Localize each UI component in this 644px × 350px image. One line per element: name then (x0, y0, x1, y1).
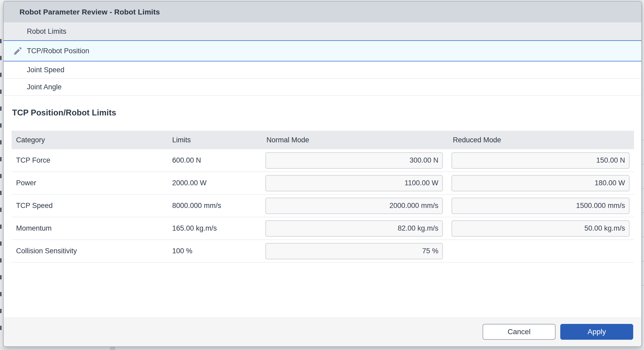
limit-value: 600.00 N (172, 156, 265, 164)
nav-item-label: Robot Limits (27, 27, 66, 36)
occluded-background-right (642, 0, 644, 350)
category-label: Collision Sensitivity (12, 247, 172, 255)
nav-item-joint-angle[interactable]: Joint Angle (4, 79, 641, 96)
nav-item-tcp-robot-position[interactable]: TCP/Robot Position (4, 40, 641, 61)
section-heading: TCP Position/Robot Limits (12, 108, 116, 118)
apply-button[interactable]: Apply (560, 324, 633, 340)
occluded-background-row-dividers (642, 116, 644, 300)
table-row-power: Power 2000.00 W (12, 172, 634, 195)
nav-item-joint-speed[interactable]: Joint Speed (4, 61, 641, 79)
cancel-button[interactable]: Cancel (483, 324, 556, 340)
limit-value: 2000.00 W (172, 179, 265, 187)
dialog-title: Robot Parameter Review - Robot Limits (19, 8, 160, 16)
col-header-limits: Limits (172, 136, 265, 144)
col-header-normal-mode: Normal Mode (265, 136, 443, 144)
pencil-icon (13, 46, 23, 56)
collision-sensitivity-normal-input[interactable] (265, 243, 443, 259)
table-row-collision-sensitivity: Collision Sensitivity 100 % (12, 240, 634, 262)
parameter-nav-list: Robot Limits TCP/Robot Position Joint Sp… (4, 22, 641, 96)
table-row-tcp-speed: TCP Speed 8000.000 mm/s (12, 195, 634, 217)
occluded-background-bottom (0, 347, 644, 350)
momentum-reduced-input[interactable] (452, 220, 630, 237)
tcp-force-normal-input[interactable] (265, 152, 443, 169)
category-label: Momentum (12, 224, 172, 232)
occluded-background-text-fragments (0, 26, 2, 337)
limit-value: 165.00 kg.m/s (172, 224, 265, 232)
dialog-titlebar: Robot Parameter Review - Robot Limits (4, 2, 641, 22)
nav-item-robot-limits[interactable]: Robot Limits (4, 22, 641, 40)
nav-item-label: TCP/Robot Position (27, 47, 89, 55)
table-row-momentum: Momentum 165.00 kg.m/s (12, 217, 634, 240)
tcp-speed-normal-input[interactable] (265, 198, 443, 214)
tcp-speed-reduced-input[interactable] (452, 198, 630, 214)
power-reduced-input[interactable] (452, 175, 630, 191)
dialog-footer: Cancel Apply (4, 317, 641, 346)
momentum-normal-input[interactable] (265, 220, 443, 237)
limit-value: 100 % (172, 247, 265, 255)
limits-table-header: Category Limits Normal Mode Reduced Mode (12, 131, 634, 149)
power-normal-input[interactable] (265, 175, 443, 191)
nav-item-label: Joint Speed (27, 66, 65, 74)
col-header-reduced-mode: Reduced Mode (452, 136, 630, 144)
tcp-force-reduced-input[interactable] (452, 152, 630, 169)
background-scrollbar-thumb[interactable] (110, 347, 115, 350)
category-label: Power (12, 179, 172, 187)
category-label: TCP Speed (12, 202, 172, 210)
robot-parameter-review-dialog: Robot Parameter Review - Robot Limits Ro… (3, 1, 642, 347)
table-row-tcp-force: TCP Force 600.00 N (12, 149, 634, 172)
col-header-category: Category (12, 136, 172, 144)
limit-value: 8000.000 mm/s (172, 202, 265, 210)
nav-item-label: Joint Angle (27, 83, 62, 91)
category-label: TCP Force (12, 156, 172, 164)
limits-table: Category Limits Normal Mode Reduced Mode… (12, 131, 634, 262)
